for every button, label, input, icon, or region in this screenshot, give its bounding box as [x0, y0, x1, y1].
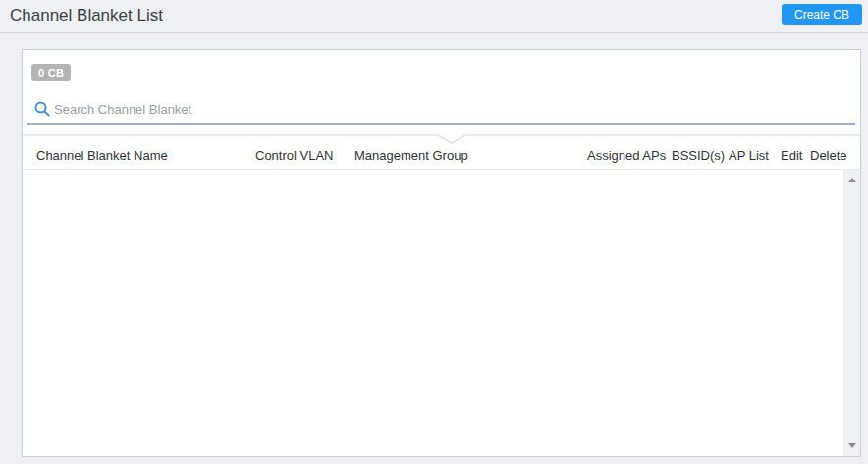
- search-icon: [34, 101, 50, 117]
- column-header-management-group: Management Group: [354, 148, 468, 163]
- cb-count-badge: 0 CB: [31, 64, 71, 81]
- title-divider: [0, 32, 868, 33]
- column-header-assigned-aps: Assigned APs: [587, 148, 666, 163]
- search-input[interactable]: [54, 98, 466, 120]
- column-header-control-vlan: Control VLAN: [255, 148, 333, 163]
- column-header-delete: Delete: [810, 148, 847, 163]
- page-title: Channel Blanket List: [10, 6, 163, 26]
- column-header-channel-blanket-name: Channel Blanket Name: [36, 148, 168, 163]
- scroll-up-arrow-icon: [848, 178, 856, 182]
- channel-blanket-list-panel: 0 CB Channel Blanket Name Control VLAN M…: [22, 49, 861, 457]
- create-cb-button[interactable]: Create CB: [782, 4, 862, 25]
- scroll-down-button[interactable]: [843, 438, 860, 454]
- collapse-notch-divider[interactable]: [23, 134, 860, 144]
- column-header-ap-list: AP List: [729, 148, 769, 163]
- vertical-scrollbar[interactable]: [843, 170, 860, 456]
- search-bar[interactable]: [27, 93, 855, 125]
- column-header-bssids: BSSID(s): [672, 148, 725, 163]
- scroll-up-button[interactable]: [843, 172, 860, 188]
- scroll-down-arrow-icon: [848, 443, 856, 448]
- column-header-edit: Edit: [781, 148, 802, 163]
- table-body-empty: [23, 170, 843, 456]
